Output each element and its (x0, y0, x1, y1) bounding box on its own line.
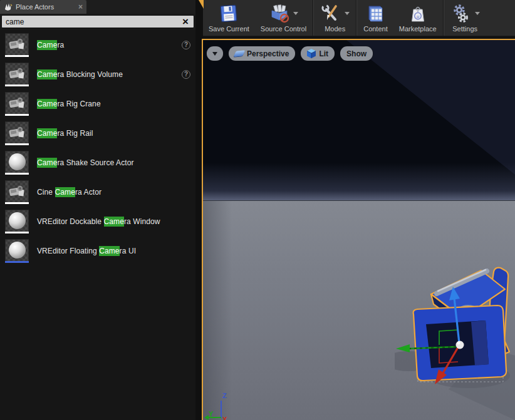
place-actors-panel: Place Actors × × Camera ? (0, 0, 195, 420)
actor-icon-tile (5, 33, 29, 57)
axis-z-label: Z (222, 392, 227, 399)
tab-title: Place Actors (16, 3, 54, 11)
axis-x-label: X (222, 416, 227, 420)
toolbar-label: Content (363, 25, 388, 33)
viewport-focus-border-top (202, 39, 515, 40)
wrench-brush-icon (320, 3, 341, 24)
level-viewport[interactable]: Perspective Lit Show (203, 40, 515, 420)
actor-label: Camera Rig Rail (37, 129, 93, 138)
toolbar-separator (313, 0, 314, 36)
settings-caret[interactable] (475, 12, 480, 15)
gears-icon (450, 3, 472, 24)
toolbar-label: Source Control (261, 25, 306, 33)
list-item[interactable]: Camera Rig Rail (0, 118, 195, 148)
toolbar-label: Save Current (209, 25, 249, 33)
marketplace-bag-icon: u V (408, 4, 428, 24)
actor-label: VREditor Dockable Camera Window (37, 217, 160, 226)
actor-icon-tile (5, 121, 29, 145)
source-control-button[interactable]: Source Control (255, 0, 312, 36)
camera-icon (8, 124, 26, 140)
panel-tab-bar: Place Actors × (0, 0, 195, 14)
toolbar-separator (443, 0, 444, 36)
viewport-toolbar: Perspective Lit Show (207, 46, 373, 61)
axis-y-arrow-icon (204, 415, 209, 420)
place-actors-icon (4, 3, 13, 11)
svg-text:u: u (416, 13, 419, 19)
perspective-button[interactable]: Perspective (229, 46, 295, 61)
world-axis-indicator: Z Y X (203, 391, 247, 420)
gizmo-origin-handle[interactable] (456, 341, 464, 349)
actor-icon-tile (5, 239, 29, 263)
actor-label: Camera (37, 41, 64, 49)
list-item[interactable]: Camera Blocking Volume ? (0, 59, 195, 89)
toolbar-label: Settings (452, 25, 477, 33)
search-row: × (0, 14, 195, 30)
search-input[interactable] (1, 15, 194, 28)
lit-label: Lit (319, 49, 328, 58)
tab-close-icon[interactable]: × (78, 3, 83, 11)
actor-icon-tile (5, 92, 29, 116)
main-toolbar: Save Current Source Control (203, 0, 515, 36)
sphere-icon (9, 153, 26, 170)
content-drawers-icon (365, 4, 385, 24)
actor-label: Camera Blocking Volume (37, 70, 123, 79)
search-clear-icon[interactable]: × (180, 15, 191, 28)
sphere-icon (9, 242, 26, 259)
list-item[interactable]: Camera ? (0, 30, 195, 59)
axis-y-label: Y (209, 410, 213, 417)
settings-button[interactable]: Settings (445, 0, 486, 36)
svg-text:V: V (416, 8, 420, 13)
lit-button[interactable]: Lit (301, 46, 335, 61)
list-item[interactable]: VREditor Floating Camera UI (0, 236, 195, 265)
source-control-box-icon (269, 3, 290, 24)
selected-camera-actor[interactable] (395, 260, 515, 420)
content-button[interactable]: Content (358, 0, 393, 36)
icon-strip (5, 143, 29, 145)
list-item[interactable]: Camera Shake Source Actor (0, 148, 195, 177)
viewport-focus-border-left (202, 39, 203, 420)
viewport-background (203, 40, 515, 200)
icon-strip (5, 55, 29, 57)
help-icon[interactable]: ? (182, 70, 190, 79)
toolbar-label: Modes (325, 25, 345, 33)
list-item[interactable]: Cine Camera Actor (0, 177, 195, 207)
sphere-icon (9, 212, 26, 229)
camera-icon (8, 36, 26, 52)
icon-strip (5, 114, 29, 116)
tab-place-actors[interactable]: Place Actors × (0, 0, 86, 14)
help-icon[interactable]: ? (182, 41, 190, 49)
viewport-options-dropdown[interactable] (207, 46, 223, 61)
perspective-icon (234, 50, 246, 56)
icon-strip (5, 85, 29, 86)
perspective-label: Perspective (247, 49, 289, 58)
camera-icon (8, 95, 26, 111)
lit-cube-icon (307, 49, 316, 58)
actor-label: Cine Camera Actor (37, 188, 101, 197)
icon-strip (5, 202, 29, 204)
save-current-button[interactable]: Save Current (203, 0, 255, 36)
show-button[interactable]: Show (340, 46, 373, 61)
modes-button[interactable]: Modes (315, 0, 355, 36)
unreal-editor-window: Place Actors × × Camera ? (0, 0, 515, 420)
camera-icon (8, 183, 26, 199)
icon-strip (5, 232, 29, 233)
list-item[interactable]: Camera Rig Crane (0, 89, 195, 118)
actor-icon-tile (5, 180, 29, 204)
list-item[interactable]: VREditor Dockable Camera Window (0, 207, 195, 236)
actor-label: Camera Rig Crane (37, 100, 101, 108)
actor-label: VREditor Floating Camera UI (37, 247, 136, 255)
actor-list: Camera ? Camera Blocking Volume ? (0, 30, 195, 420)
actor-icon-tile (5, 210, 29, 233)
toolbar-label: Marketplace (399, 25, 437, 33)
toolbar-separator (356, 0, 357, 36)
actor-icon-tile (5, 151, 29, 175)
chevron-down-icon (212, 52, 217, 56)
marketplace-button[interactable]: u V Marketplace (393, 0, 442, 36)
actor-label: Camera Shake Source Actor (37, 158, 134, 167)
icon-strip (5, 173, 29, 175)
floppy-disk-icon (218, 3, 239, 24)
source-control-caret[interactable] (293, 12, 298, 15)
show-label: Show (346, 49, 367, 58)
modes-caret[interactable] (345, 12, 350, 15)
actor-icon-tile (5, 63, 29, 86)
